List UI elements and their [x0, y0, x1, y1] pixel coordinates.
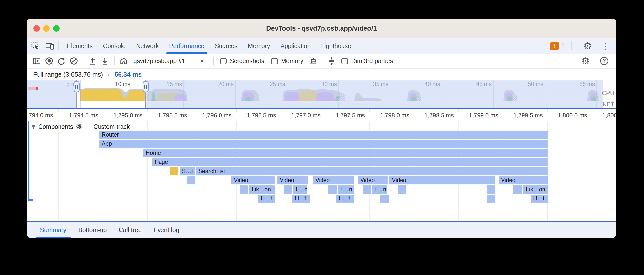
flame-bar[interactable]: [380, 194, 389, 203]
tab-elements[interactable]: Elements: [62, 38, 98, 54]
collapse-tracks-button[interactable]: [326, 56, 337, 66]
flame-bar[interactable]: [188, 176, 195, 184]
dim-third-parties-checkbox[interactable]: [341, 58, 348, 64]
flame-bar[interactable]: [170, 167, 178, 175]
axis-tick-line: [414, 109, 414, 112]
window-title: DevTools - qsvd7p.csb.app/video/1: [27, 18, 616, 38]
flame-bar[interactable]: H…t: [531, 194, 548, 203]
track-title: Components: [38, 123, 73, 130]
axis-time-label: 1,800.0 ms: [558, 112, 587, 119]
flame-bar[interactable]: S…t: [180, 167, 195, 175]
save-profile-button[interactable]: [100, 56, 110, 66]
flame-bar[interactable]: Video: [390, 176, 495, 184]
flame-bar[interactable]: [487, 194, 495, 203]
target-selector[interactable]: qsvd7p.csb.app #1: [133, 58, 185, 65]
flame-bar[interactable]: Video: [313, 176, 354, 184]
bottom-tab-summary[interactable]: Summary: [34, 222, 72, 238]
flame-bar[interactable]: App: [99, 140, 548, 148]
help-icon: ?: [600, 57, 608, 65]
overview-dim-left: [27, 80, 76, 108]
kebab-menu-icon: ⋮: [602, 42, 610, 50]
memory-toggle[interactable]: Memory: [271, 58, 303, 65]
bottom-tab-event-log[interactable]: Event log: [148, 222, 185, 238]
flame-bar[interactable]: Home: [143, 149, 548, 157]
memory-label: Memory: [281, 58, 303, 65]
flame-bar[interactable]: L…n: [293, 186, 307, 194]
time-axis: 1,794.0 ms1,794.5 ms1,795.0 ms1,795.5 ms…: [27, 109, 616, 122]
screenshots-checkbox[interactable]: [220, 58, 227, 64]
help-button[interactable]: ?: [599, 56, 610, 66]
flame-bar[interactable]: Video: [232, 176, 274, 184]
flame-bar[interactable]: [487, 186, 495, 194]
flame-bar[interactable]: [240, 186, 248, 194]
axis-time-label: 1,796.5 ms: [247, 112, 276, 119]
flame-bar[interactable]: [398, 186, 406, 194]
flame-chart[interactable]: ▼ Components — Custom track RouterAppHom…: [27, 122, 616, 221]
tab-application[interactable]: Application: [275, 38, 316, 54]
axis-time-label: 1,798.0 ms: [380, 112, 410, 119]
flame-bar[interactable]: [363, 186, 371, 194]
issues-button[interactable]: ! 1: [550, 42, 564, 50]
separator: [572, 42, 572, 50]
inspect-element-button[interactable]: [30, 40, 41, 51]
load-profile-button[interactable]: [87, 56, 98, 66]
record-button[interactable]: [44, 56, 54, 66]
gear-icon: ⚙: [581, 56, 590, 66]
axis-tick-line: [103, 109, 103, 112]
garbage-collect-button[interactable]: [308, 56, 318, 66]
flame-bar[interactable]: Router: [99, 130, 548, 139]
chevron-down-icon[interactable]: ▼: [200, 58, 204, 64]
flame-bar[interactable]: H…t: [258, 194, 274, 203]
clear-recording-button[interactable]: [68, 56, 79, 66]
tab-console[interactable]: Console: [98, 38, 131, 54]
flame-bar[interactable]: [328, 186, 337, 194]
flame-bar[interactable]: Video: [498, 176, 548, 184]
live-metrics-button[interactable]: [118, 56, 129, 66]
dim-third-parties-toggle[interactable]: Dim 3rd parties: [341, 58, 393, 65]
axis-time-label: 1,794.0 ms: [27, 112, 53, 119]
tab-memory[interactable]: Memory: [242, 38, 275, 54]
flame-bar[interactable]: Video: [277, 176, 308, 184]
separator: [114, 56, 114, 66]
axis-time-label: 1,795.0 ms: [113, 112, 143, 119]
tab-lighthouse[interactable]: Lighthouse: [316, 38, 356, 54]
flame-bar[interactable]: Page: [152, 158, 548, 166]
broom-icon: [309, 56, 317, 66]
flame-bar[interactable]: H…t: [292, 194, 310, 203]
bottom-tab-call-tree[interactable]: Call tree: [112, 222, 148, 238]
axis-tick-line: [503, 109, 503, 112]
flame-bar[interactable]: L…n: [338, 186, 354, 194]
tab-performance[interactable]: Performance: [164, 38, 210, 54]
memory-checkbox[interactable]: [271, 58, 278, 64]
bottom-tab-bottom-up[interactable]: Bottom-up: [72, 222, 112, 238]
flame-bar[interactable]: [513, 186, 522, 194]
cpu-lane-label: CPU: [602, 90, 614, 96]
flame-bar[interactable]: Lik…on: [524, 186, 548, 194]
more-options-button[interactable]: ⋮: [600, 40, 612, 51]
device-toolbar-button[interactable]: [44, 40, 55, 51]
flame-bar[interactable]: Lik…on: [249, 186, 274, 194]
flame-bar[interactable]: H…t: [336, 194, 354, 203]
capture-settings-button[interactable]: ⚙: [580, 56, 591, 66]
timeline-overview[interactable]: 5 ms10 ms15 ms20 ms25 ms30 ms35 ms40 ms4…: [27, 80, 616, 109]
tab-sources[interactable]: Sources: [210, 38, 243, 54]
full-range-label[interactable]: Full range (3,653.76 ms): [33, 70, 103, 78]
selection-left-handle[interactable]: [74, 81, 80, 92]
collapse-triangle-icon[interactable]: ▼: [32, 124, 35, 129]
axis-time-label: 1,795.5 ms: [158, 112, 187, 119]
screenshots-toggle[interactable]: Screenshots: [220, 58, 264, 65]
selection-right-handle[interactable]: [143, 81, 149, 92]
settings-button[interactable]: ⚙: [582, 40, 593, 51]
flame-bar[interactable]: Video: [358, 176, 388, 184]
inspect-cursor-icon: [31, 42, 40, 50]
record-and-reload-button[interactable]: [56, 56, 67, 66]
flame-bar[interactable]: [284, 186, 292, 194]
flame-bar[interactable]: L…n: [372, 186, 388, 194]
components-track-header[interactable]: ▼ Components — Custom track: [27, 122, 130, 131]
toggle-sidebar-button[interactable]: [31, 56, 42, 66]
minimap-tick-line: [80, 80, 81, 108]
upload-icon: [88, 56, 97, 66]
flame-bar[interactable]: SearchList: [196, 167, 548, 175]
axis-tick-line: [370, 109, 370, 112]
tab-network[interactable]: Network: [131, 38, 164, 54]
